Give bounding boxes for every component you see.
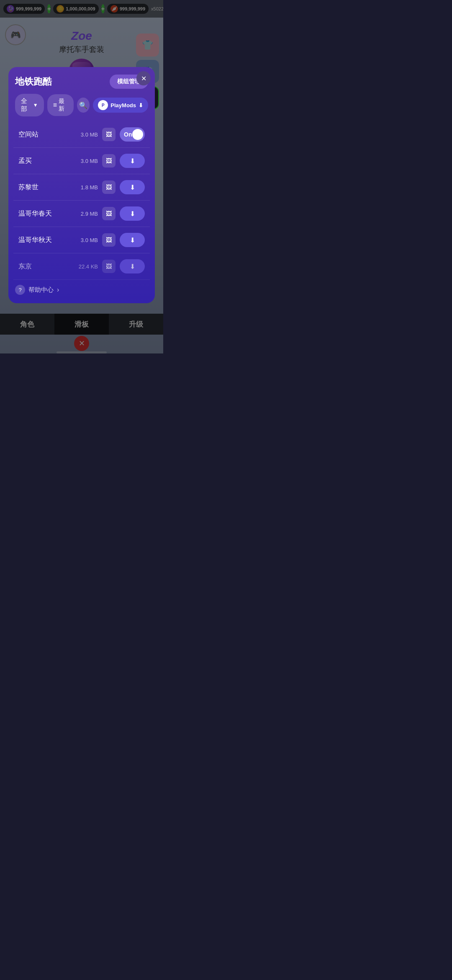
toggle-circle: [132, 129, 143, 140]
mod-download-button[interactable]: ⬇: [120, 259, 145, 273]
modal-title: 地铁跑酷: [15, 75, 52, 88]
mod-info-icon[interactable]: 🖼: [102, 128, 116, 141]
mod-size: 3.0 MB: [75, 237, 98, 243]
playmods-logo: P: [98, 100, 108, 110]
mod-name: 温哥华秋天: [18, 236, 71, 245]
mod-item: 孟买 3.0 MB 🖼 ⬇: [13, 148, 150, 174]
mod-download-button[interactable]: ⬇: [120, 154, 145, 168]
mod-list: 空间站 3.0 MB 🖼 On 孟买 3.0 MB 🖼 ⬇: [8, 121, 155, 280]
download-icon: ⬇: [127, 261, 137, 271]
mod-download-button[interactable]: ⬇: [120, 233, 145, 247]
sort-button[interactable]: ≡ 最新: [47, 94, 74, 116]
mod-name: 孟买: [18, 157, 71, 165]
mod-modal: ✕ 地铁跑酷 模组管理 全部 ▼ ≡ 最新 🔍 P PlayMods ⬇: [8, 67, 155, 303]
dropdown-chevron-icon: ▼: [33, 102, 38, 108]
modal-overlay[interactable]: ✕ 地铁跑酷 模组管理 全部 ▼ ≡ 最新 🔍 P PlayMods ⬇: [0, 0, 163, 353]
mod-size: 3.0 MB: [75, 158, 98, 164]
info-icon: 🖼: [106, 184, 112, 191]
download-icon: ⬇: [127, 156, 137, 166]
mod-item: 温哥华秋天 3.0 MB 🖼 ⬇: [13, 227, 150, 253]
playmods-button[interactable]: P PlayMods ⬇: [93, 98, 148, 113]
filter-bar: 全部 ▼ ≡ 最新 🔍 P PlayMods ⬇: [8, 94, 155, 121]
help-arrow-icon: ›: [57, 286, 59, 294]
toggle-on-label: On: [124, 131, 132, 138]
info-icon: 🖼: [106, 263, 112, 270]
mod-info-icon[interactable]: 🖼: [102, 233, 116, 247]
search-button[interactable]: 🔍: [77, 98, 90, 113]
category-dropdown[interactable]: 全部 ▼: [15, 94, 44, 116]
mod-download-button[interactable]: ⬇: [120, 180, 145, 194]
mod-item: 苏黎世 1.8 MB 🖼 ⬇: [13, 174, 150, 201]
help-center[interactable]: ? 帮助中心 ›: [8, 280, 155, 297]
mod-size: 22.4 KB: [75, 263, 98, 270]
mod-download-button[interactable]: ⬇: [120, 206, 145, 221]
modal-close-button[interactable]: ✕: [136, 71, 151, 85]
mod-size: 2.9 MB: [75, 211, 98, 217]
mod-name: 温哥华春天: [18, 209, 71, 218]
info-icon: 🖼: [106, 157, 112, 164]
download-icon: ⬇: [127, 209, 137, 219]
mod-name: 空间站: [18, 130, 71, 139]
mod-item: 东京 22.4 KB 🖼 ⬇: [13, 253, 150, 280]
mod-name: 东京: [18, 262, 71, 271]
download-icon: ⬇: [139, 102, 143, 108]
help-text: 帮助中心: [28, 286, 54, 294]
mod-toggle-button[interactable]: On: [120, 127, 145, 142]
search-icon: 🔍: [79, 101, 87, 109]
download-icon: ⬇: [127, 235, 137, 245]
help-icon: ?: [15, 285, 25, 295]
info-icon: 🖼: [106, 237, 112, 243]
mod-item: 空间站 3.0 MB 🖼 On: [13, 121, 150, 148]
mod-info-icon[interactable]: 🖼: [102, 207, 116, 220]
mod-item: 温哥华春天 2.9 MB 🖼 ⬇: [13, 201, 150, 227]
download-icon: ⬇: [127, 182, 137, 192]
mod-info-icon[interactable]: 🖼: [102, 260, 116, 273]
mod-info-icon[interactable]: 🖼: [102, 181, 116, 194]
info-icon: 🖼: [106, 210, 112, 217]
mod-info-icon[interactable]: 🖼: [102, 154, 116, 168]
modal-header: 地铁跑酷 模组管理: [8, 67, 155, 94]
mod-size: 1.8 MB: [75, 184, 98, 191]
info-icon: 🖼: [106, 131, 112, 138]
sort-icon: ≡: [53, 101, 57, 109]
mod-size: 3.0 MB: [75, 132, 98, 138]
mod-name: 苏黎世: [18, 183, 71, 192]
